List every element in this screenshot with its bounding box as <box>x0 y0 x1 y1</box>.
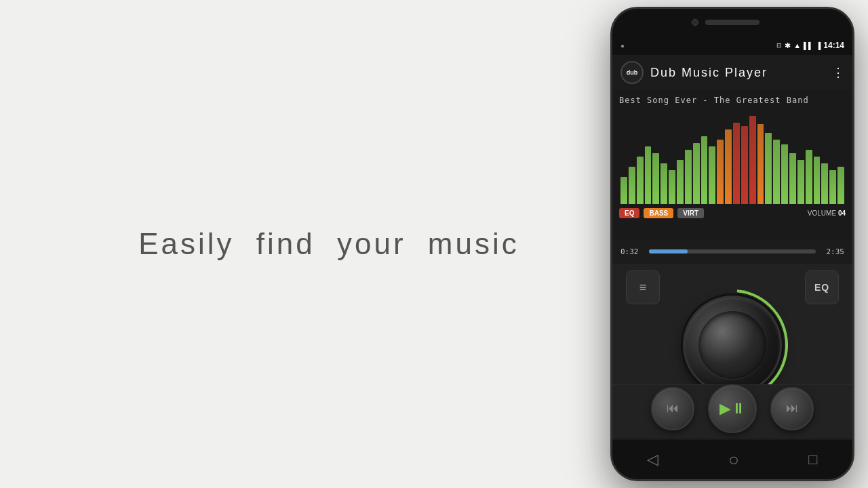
time-display: 14:14 <box>823 41 844 50</box>
eq-bar <box>797 160 804 204</box>
eq-bar <box>645 146 652 204</box>
eq-bar <box>637 157 644 204</box>
progress-fill <box>649 249 688 253</box>
phone-top <box>612 9 852 36</box>
status-bar: ● ⊡ ✱ ▲ ▌▌ ▐ 14:14 <box>612 36 852 55</box>
previous-button[interactable]: ⏮ <box>651 387 694 430</box>
next-icon: ⏭ <box>786 401 798 415</box>
play-pause-button[interactable]: ▶⏸ <box>708 384 757 433</box>
eq-bar <box>814 157 821 204</box>
volume-button[interactable] <box>852 90 854 124</box>
total-time: 2:35 <box>823 247 844 256</box>
eq-bar <box>652 153 659 204</box>
volume-button-2[interactable] <box>852 131 854 158</box>
song-title: Best Song Ever - The Greatest Band <box>619 96 846 105</box>
volume-value: 04 <box>838 209 846 217</box>
eq-bar <box>741 126 748 204</box>
home-button[interactable]: ○ <box>728 449 739 470</box>
eq-bar <box>733 123 740 204</box>
status-icons: ⊡ ✱ ▲ ▌▌ ▐ 14:14 <box>776 41 844 50</box>
cast-icon: ⊡ <box>776 42 782 49</box>
eq-bar <box>629 167 635 204</box>
eq-button[interactable]: EQ <box>619 208 639 218</box>
eq-bar <box>677 160 684 204</box>
current-time: 0:32 <box>620 247 642 256</box>
eq-bar <box>789 153 796 204</box>
eq-bar <box>717 140 724 204</box>
app-title: Dub Music Player <box>650 66 825 80</box>
next-button[interactable]: ⏭ <box>770 387 814 430</box>
eq-bar <box>701 136 708 204</box>
playback-section: ⏮ ▶⏸ ⏭ <box>612 384 852 439</box>
eq-bar <box>669 170 675 204</box>
eq-settings-button[interactable]: EQ <box>805 270 839 304</box>
eq-icon: EQ <box>814 282 829 293</box>
left-panel: Easily find your music <box>0 227 604 261</box>
previous-icon: ⏮ <box>667 401 679 415</box>
eq-bar <box>693 143 700 204</box>
more-options-button[interactable]: ⋮ <box>832 65 844 80</box>
wifi-icon: ▲ <box>793 41 801 49</box>
progress-track[interactable] <box>649 249 816 253</box>
front-camera <box>692 19 698 26</box>
signal-icon: ▌▌ <box>804 42 813 49</box>
eq-bar <box>660 163 667 204</box>
bluetooth-icon: ✱ <box>785 41 791 50</box>
eq-bar <box>829 170 836 204</box>
list-icon: ≡ <box>639 281 647 295</box>
eq-bar <box>749 116 756 204</box>
speaker-grille <box>705 20 760 25</box>
visualizer-section: Best Song Ever - The Greatest Band EQ BA… <box>612 90 852 239</box>
recents-button[interactable]: □ <box>808 451 817 468</box>
eq-bar <box>685 150 692 204</box>
eq-bar <box>821 163 828 204</box>
eq-bar <box>773 140 780 204</box>
app-logo: dub <box>620 61 644 84</box>
battery-icon: ▐ <box>816 42 821 49</box>
bass-button[interactable]: BASS <box>644 208 673 218</box>
progress-section: 0:32 2:35 <box>612 239 852 264</box>
app-header: dub Dub Music Player ⋮ <box>612 55 852 90</box>
eq-bar <box>781 144 788 204</box>
virt-button[interactable]: VIRT <box>677 208 704 218</box>
eq-bar <box>765 133 772 204</box>
playlist-button[interactable]: ≡ <box>626 270 660 304</box>
bottom-nav: ◁ ○ □ <box>612 440 852 479</box>
tagline: Easily find your music <box>138 227 519 261</box>
eq-bar <box>620 177 627 204</box>
phone: ● ⊡ ✱ ▲ ▌▌ ▐ 14:14 dub Dub Music Player … <box>610 7 854 481</box>
eq-bar <box>725 129 732 204</box>
volume-knob[interactable] <box>685 298 780 392</box>
eq-bar <box>709 146 715 204</box>
status-left: ● <box>620 42 625 49</box>
volume-label: VOLUME 04 <box>808 209 846 217</box>
eq-bar <box>837 167 844 204</box>
eq-bar <box>757 124 764 204</box>
play-pause-icon: ▶⏸ <box>719 400 746 418</box>
eq-visualizer <box>619 109 846 204</box>
back-button[interactable]: ◁ <box>647 451 658 468</box>
eq-controls: EQ BASS VIRT VOLUME 04 <box>619 208 846 218</box>
phone-wrapper: ● ⊡ ✱ ▲ ▌▌ ▐ 14:14 dub Dub Music Player … <box>604 0 868 488</box>
eq-bar <box>806 150 812 204</box>
